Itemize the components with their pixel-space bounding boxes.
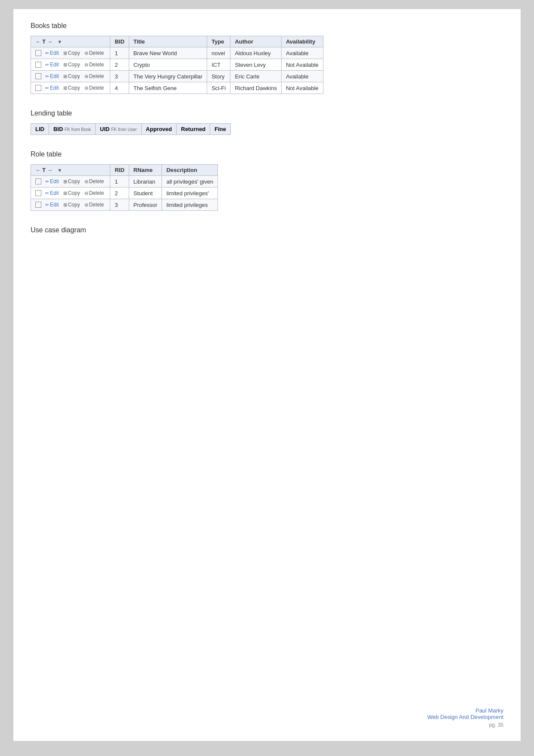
cell-type: Story: [207, 71, 230, 82]
table-row: ✏ Edit ⊞ Copy ⊖ Delete 2 Student limited…: [31, 187, 218, 199]
cell-author: Richard Dawkins: [230, 82, 282, 94]
cell-rname: Student: [129, 187, 162, 199]
role-action-cell-2: ✏ Edit ⊞ Copy ⊖ Delete: [31, 199, 110, 211]
role-delete-button-0[interactable]: ⊖ Delete: [83, 178, 106, 185]
role-checkbox-2[interactable]: [35, 202, 41, 208]
delete-button-2[interactable]: ⊖ Delete: [83, 73, 106, 80]
arrow-left-icon[interactable]: ←: [35, 38, 41, 45]
delete-icon-1: ⊖: [84, 62, 88, 68]
delete-button-1[interactable]: ⊖ Delete: [83, 61, 106, 68]
role-arrow-right-icon[interactable]: →: [47, 167, 53, 173]
edit-button-2[interactable]: ✏ Edit: [43, 73, 61, 80]
role-delete-icon-2: ⊖: [84, 202, 88, 208]
lending-table-title: Lending table: [31, 109, 503, 117]
action-cell-0: ✏ Edit ⊞ Copy ⊖ Delete: [31, 47, 110, 59]
books-table-section: Books table ← T → ▼ BID Title: [31, 22, 503, 94]
cell-author: Aldous Huxley: [230, 47, 282, 59]
col-description: Description: [162, 165, 218, 176]
filter-icon[interactable]: ▼: [57, 39, 62, 44]
role-delete-button-1[interactable]: ⊖ Delete: [83, 190, 106, 197]
lending-schema: LIDBID FK from BookUID FK from UserAppro…: [31, 123, 231, 135]
role-nav-arrows: ← T → ▼: [35, 167, 106, 173]
cell-author: Eric Carle: [230, 71, 282, 82]
role-checkbox-0[interactable]: [35, 178, 41, 184]
role-copy-button-2[interactable]: ⊞ Copy: [62, 201, 82, 208]
delete-button-0[interactable]: ⊖ Delete: [83, 50, 106, 56]
lending-col-lid: LID: [31, 124, 49, 134]
cell-title: The Very Hungry Caterpillar: [129, 71, 207, 82]
books-action-col-header: ← T → ▼: [31, 36, 110, 47]
col-title: Title: [129, 36, 207, 47]
copy-icon-1: ⊞: [63, 62, 67, 68]
edit-button-1[interactable]: ✏ Edit: [43, 61, 61, 68]
usecase-section: Use case diagram: [31, 226, 503, 234]
cell-rid: 2: [110, 187, 129, 199]
checkbox-1[interactable]: [35, 62, 41, 68]
table-row: ✏ Edit ⊞ Copy ⊖ Delete 3 Professor limit…: [31, 199, 218, 211]
delete-button-3[interactable]: ⊖ Delete: [83, 84, 106, 91]
role-nav-separator: T: [42, 167, 46, 173]
edit-icon-3: ✏: [45, 85, 49, 91]
cell-bid: 3: [110, 71, 129, 82]
role-delete-icon-1: ⊖: [84, 191, 88, 196]
role-copy-icon-1: ⊞: [63, 191, 67, 196]
checkbox-0[interactable]: [35, 50, 41, 56]
footer-name: Paul Marky: [427, 707, 503, 714]
copy-icon-0: ⊞: [63, 50, 67, 56]
cell-type: novel: [207, 47, 230, 59]
arrow-right-icon[interactable]: →: [47, 38, 53, 45]
lending-col-uid: UID FK from User: [96, 124, 141, 134]
role-edit-icon-2: ✏: [45, 202, 49, 208]
role-copy-icon-0: ⊞: [63, 179, 67, 184]
checkbox-3[interactable]: [35, 85, 41, 91]
role-edit-icon-1: ✏: [45, 191, 49, 196]
col-availability: Availability: [281, 36, 323, 47]
role-arrow-left-icon[interactable]: ←: [35, 167, 41, 173]
copy-button-3[interactable]: ⊞ Copy: [62, 84, 82, 91]
footer-subtitle: Web Design And Development: [427, 714, 503, 720]
lending-col-approved: Approved: [142, 124, 177, 134]
role-copy-icon-2: ⊞: [63, 202, 67, 208]
col-type: Type: [207, 36, 230, 47]
col-author: Author: [230, 36, 282, 47]
cell-rname: Librarian: [129, 176, 162, 187]
cell-title: The Selfish Gene: [129, 82, 207, 94]
role-table-title: Role table: [31, 150, 503, 158]
role-checkbox-1[interactable]: [35, 190, 41, 196]
page: Books table ← T → ▼ BID Title: [13, 9, 521, 741]
role-delete-button-2[interactable]: ⊖ Delete: [83, 201, 106, 208]
role-edit-button-1[interactable]: ✏ Edit: [43, 190, 61, 197]
cell-availability: Not Available: [281, 82, 323, 94]
checkbox-2[interactable]: [35, 73, 41, 79]
cell-bid: 2: [110, 59, 129, 71]
cell-title: Brave New World: [129, 47, 207, 59]
cell-availability: Not Available: [281, 59, 323, 71]
col-rname: RName: [129, 165, 162, 176]
copy-icon-2: ⊞: [63, 74, 67, 79]
copy-button-1[interactable]: ⊞ Copy: [62, 61, 82, 68]
role-copy-button-0[interactable]: ⊞ Copy: [62, 178, 82, 185]
copy-button-2[interactable]: ⊞ Copy: [62, 73, 82, 80]
cell-bid: 4: [110, 82, 129, 94]
role-edit-button-2[interactable]: ✏ Edit: [43, 201, 61, 208]
role-edit-button-0[interactable]: ✏ Edit: [43, 178, 61, 185]
cell-type: Sci-Fi: [207, 82, 230, 94]
col-bid: BID: [110, 36, 129, 47]
edit-button-0[interactable]: ✏ Edit: [43, 50, 61, 56]
copy-button-0[interactable]: ⊞ Copy: [62, 50, 82, 56]
role-filter-icon[interactable]: ▼: [57, 168, 62, 173]
role-copy-button-1[interactable]: ⊞ Copy: [62, 190, 82, 197]
edit-icon-2: ✏: [45, 74, 49, 79]
cell-bid: 1: [110, 47, 129, 59]
nav-separator: T: [42, 38, 46, 45]
edit-button-3[interactable]: ✏ Edit: [43, 84, 61, 91]
cell-availability: Available: [281, 71, 323, 82]
col-rid: RID: [110, 165, 129, 176]
delete-icon-0: ⊖: [84, 50, 88, 56]
lending-col-bid: BID FK from Book: [49, 124, 96, 134]
lending-col-fine: Fine: [210, 124, 230, 134]
books-table: ← T → ▼ BID Title Type Author Availabili…: [31, 36, 323, 94]
table-row: ✏ Edit ⊞ Copy ⊖ Delete 1 Brave New World…: [31, 47, 323, 59]
edit-icon-0: ✏: [45, 50, 49, 56]
table-row: ✏ Edit ⊞ Copy ⊖ Delete 2 Crypto ICT Stev…: [31, 59, 323, 71]
